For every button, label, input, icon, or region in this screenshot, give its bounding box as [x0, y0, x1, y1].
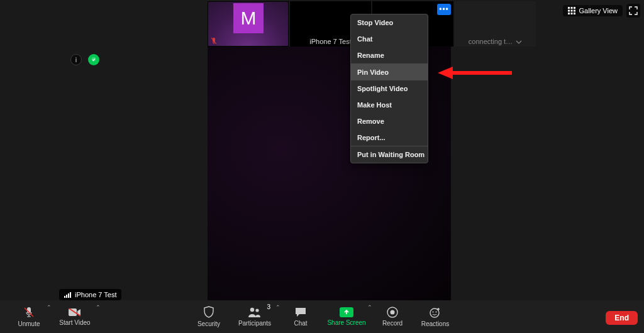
svg-point-25: [436, 312, 437, 313]
share-screen-button[interactable]: Share Screen ⌃: [322, 300, 371, 333]
svg-point-22: [391, 310, 395, 315]
svg-rect-14: [68, 293, 69, 298]
gallery-view-label: Gallery View: [579, 7, 618, 14]
menu-remove[interactable]: Remove: [351, 113, 428, 129]
svg-marker-11: [438, 67, 453, 79]
svg-rect-9: [574, 13, 575, 14]
participants-button[interactable]: 3 Participants ⌃: [230, 300, 279, 333]
svg-rect-15: [70, 292, 71, 298]
reactions-label: Reactions: [421, 320, 449, 327]
svg-rect-2: [571, 7, 573, 9]
muted-mic-icon: [211, 37, 217, 45]
svg-rect-8: [571, 13, 573, 14]
menu-pin-video[interactable]: Pin Video: [351, 64, 428, 80]
record-button[interactable]: Record: [371, 300, 414, 333]
menu-spotlight-video[interactable]: Spotlight Video: [351, 80, 428, 97]
unmute-button[interactable]: Unmute ⌃: [8, 300, 50, 333]
fullscreen-button[interactable]: [626, 4, 640, 18]
thumbnail-participant-1[interactable]: M: [208, 1, 289, 46]
menu-rename[interactable]: Rename: [351, 47, 428, 63]
share-screen-label: Share Screen: [327, 319, 365, 326]
video-off-icon: [68, 307, 82, 317]
meeting-info-icons: i: [70, 54, 99, 65]
signal-icon: [64, 292, 72, 298]
encryption-shield-icon[interactable]: [88, 54, 99, 65]
unmute-label: Unmute: [18, 320, 40, 327]
thumbnail-participant-4[interactable]: connecting t…: [455, 1, 536, 46]
chat-label: Chat: [294, 320, 307, 327]
start-video-label: Start Video: [59, 319, 90, 326]
participants-icon: [247, 307, 262, 318]
thumbnail-status: connecting t…: [455, 38, 536, 45]
svg-rect-12: [64, 296, 65, 298]
participant-context-menu: Stop Video Chat Rename Pin Video Spotlig…: [350, 14, 428, 163]
grid-icon: [568, 7, 575, 14]
chat-icon: [294, 307, 307, 318]
svg-point-24: [433, 312, 434, 313]
mic-muted-icon: [23, 306, 35, 319]
thumbnail-more-button[interactable]: •••: [437, 4, 451, 15]
svg-point-20: [255, 308, 258, 312]
fullscreen-icon: [629, 6, 638, 15]
participants-count: 3: [267, 303, 270, 310]
menu-waiting-room[interactable]: Put in Waiting Room: [351, 146, 428, 163]
menu-chat[interactable]: Chat: [351, 31, 428, 47]
svg-point-23: [430, 308, 439, 317]
video-source-tooltip: iPhone 7 Test: [59, 289, 121, 300]
svg-rect-6: [574, 10, 575, 12]
participants-label: Participants: [238, 320, 271, 327]
menu-report[interactable]: Report...: [351, 129, 428, 146]
svg-rect-1: [568, 7, 570, 9]
svg-rect-7: [568, 13, 570, 14]
start-video-button[interactable]: Start Video ⌃: [50, 300, 99, 333]
tooltip-label: iPhone 7 Test: [75, 291, 116, 298]
record-icon: [387, 307, 398, 318]
svg-rect-13: [66, 295, 67, 298]
gallery-view-button[interactable]: Gallery View: [563, 5, 623, 16]
meeting-toolbar: Unmute ⌃ Start Video ⌃ Security 3 Partic…: [0, 300, 644, 333]
reactions-icon: [429, 306, 441, 319]
reactions-button[interactable]: Reactions: [414, 300, 457, 333]
security-label: Security: [197, 320, 220, 327]
info-icon[interactable]: i: [70, 54, 82, 65]
svg-rect-4: [568, 10, 570, 12]
record-label: Record: [382, 320, 402, 327]
annotation-arrow: [438, 65, 513, 80]
shield-icon: [203, 306, 214, 319]
svg-rect-3: [574, 7, 575, 9]
chevron-up-icon[interactable]: ⌃: [96, 304, 101, 310]
svg-rect-5: [571, 10, 573, 12]
security-button[interactable]: Security: [187, 300, 230, 333]
share-screen-icon: [340, 307, 353, 317]
top-right-controls: Gallery View: [563, 4, 640, 18]
svg-point-19: [250, 308, 254, 312]
end-meeting-button[interactable]: End: [606, 311, 638, 325]
avatar: M: [233, 3, 264, 33]
menu-stop-video[interactable]: Stop Video: [351, 14, 428, 31]
chat-button[interactable]: Chat: [279, 300, 322, 333]
menu-make-host[interactable]: Make Host: [351, 97, 428, 113]
